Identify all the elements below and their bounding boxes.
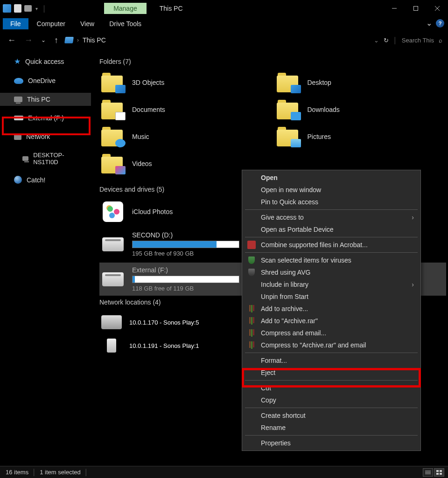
star-icon: ★ — [14, 57, 21, 66]
sidebar-item-label: This PC — [27, 96, 50, 103]
folder-3d-objects[interactable]: 3D Objects — [99, 70, 271, 95]
close-button[interactable] — [427, 0, 448, 17]
context-menu: Open Open in new window Pin to Quick acc… — [242, 170, 421, 451]
status-bar: 16 items │ 1 item selected │ — [0, 466, 448, 478]
menu-item-create-shortcut[interactable]: Create shortcut — [243, 409, 420, 422]
address-dropdown-icon[interactable]: ⌄ — [374, 37, 379, 44]
maximize-button[interactable] — [405, 0, 427, 17]
address-bar: ← → ⌄ ↑ › This PC ⌄ ↻ │ Search This ⌕ — [0, 31, 448, 49]
tab-view[interactable]: View — [74, 18, 101, 29]
network-location-label: 10.0.1.191 - Sonos Play:1 — [129, 342, 199, 349]
folder-label: Pictures — [308, 133, 331, 140]
menu-item-give-access[interactable]: Give access to› — [243, 211, 420, 223]
sidebar-item-label: Network — [26, 133, 50, 140]
qat-dropdown-icon[interactable]: ▾ — [35, 6, 38, 11]
refresh-icon[interactable]: ↻ — [384, 37, 389, 44]
help-icon[interactable]: ? — [436, 19, 444, 28]
sidebar-item-network[interactable]: Network — [0, 130, 91, 143]
folder-desktop[interactable]: Desktop — [275, 70, 447, 95]
nav-back-button[interactable]: ← — [6, 35, 18, 46]
menu-item-copy[interactable]: Copy — [243, 394, 420, 406]
sidebar-item-onedrive[interactable]: OneDrive — [0, 74, 91, 87]
search-placeholder[interactable]: Search This — [402, 37, 434, 44]
menu-item-unpin-start[interactable]: Unpin from Start — [243, 291, 420, 303]
menu-item-open-portable[interactable]: Open as Portable Device — [243, 223, 420, 236]
menu-item-cut[interactable]: Cut — [243, 382, 420, 394]
menu-item-scan-viruses[interactable]: Scan selected items for viruses — [243, 254, 420, 266]
sidebar-item-label: DESKTOP-NS1TI0D — [33, 152, 86, 166]
app-icon — [3, 4, 11, 13]
separator: │ — [393, 37, 397, 44]
sidebar-item-catch[interactable]: Catch! — [0, 173, 91, 187]
drive-icon — [101, 269, 125, 290]
archive-icon — [247, 341, 256, 349]
sidebar-item-network-node[interactable]: DESKTOP-NS1TI0D — [0, 149, 91, 168]
titlebar: ▾ │ Manage This PC — [0, 0, 448, 17]
nav-recent-dropdown[interactable]: ⌄ — [39, 36, 48, 44]
tab-drive-tools[interactable]: Drive Tools — [103, 18, 148, 29]
folder-label: Documents — [132, 106, 165, 113]
svg-rect-1 — [414, 7, 418, 11]
shred-icon — [247, 268, 256, 277]
menu-item-open-new-window[interactable]: Open in new window — [243, 184, 420, 196]
folder-pictures[interactable]: Pictures — [275, 124, 447, 149]
sidebar-item-quick-access[interactable]: ★ Quick access — [0, 54, 91, 69]
folder-icon — [277, 73, 300, 92]
menu-item-compress-rar-email[interactable]: Compress to "Archive.rar" and email — [243, 339, 420, 351]
view-details-button[interactable] — [423, 468, 433, 477]
archive-icon — [247, 329, 256, 337]
ribbon-expand-icon[interactable]: ⌄ — [426, 19, 432, 28]
pdf-icon — [247, 241, 256, 249]
folder-label: 3D Objects — [132, 79, 164, 86]
nav-up-button[interactable]: ↑ — [52, 35, 60, 46]
submenu-arrow-icon: › — [412, 281, 414, 288]
menu-item-format[interactable]: Format... — [243, 354, 420, 367]
pc-icon — [22, 156, 28, 161]
nav-forward-button[interactable]: → — [22, 35, 35, 46]
view-tiles-button[interactable] — [434, 468, 444, 477]
breadcrumb-location[interactable]: This PC — [83, 36, 106, 44]
folders-grid: 3D Objects Desktop Documents Downloads M… — [99, 70, 446, 176]
folder-music[interactable]: Music — [99, 124, 271, 149]
ribbon-context-tab[interactable]: Manage — [104, 3, 147, 14]
menu-item-eject[interactable]: Eject — [243, 367, 420, 379]
menu-separator — [245, 380, 418, 381]
section-header-folders[interactable]: Folders (7) — [99, 58, 446, 65]
sidebar-item-this-pc[interactable]: This PC — [0, 93, 91, 106]
minimize-button[interactable] — [384, 0, 405, 17]
menu-item-open[interactable]: Open — [243, 172, 420, 184]
breadcrumb[interactable]: › This PC — [65, 36, 369, 44]
menu-item-rename[interactable]: Rename — [243, 422, 420, 434]
submenu-arrow-icon: › — [412, 214, 414, 221]
menu-item-combine-acrobat[interactable]: Combine supported files in Acrobat... — [243, 239, 420, 251]
menu-item-add-archive-rar[interactable]: Add to "Archive.rar" — [243, 315, 420, 327]
search-icon[interactable]: ⌕ — [439, 37, 442, 44]
cloud-icon — [14, 78, 23, 84]
menu-separator — [245, 435, 418, 436]
window-title: This PC — [160, 5, 183, 12]
menu-item-pin-quick-access[interactable]: Pin to Quick access — [243, 196, 420, 208]
tab-file[interactable]: File — [3, 18, 28, 29]
view-mode-buttons — [423, 468, 444, 477]
device-label: iCloud Photos — [132, 208, 173, 215]
tab-computer[interactable]: Computer — [30, 18, 72, 29]
menu-item-add-archive[interactable]: Add to archive... — [243, 303, 420, 315]
sidebar-item-external-drive[interactable]: External (F:) — [0, 111, 91, 125]
pc-icon — [64, 37, 74, 43]
network-location-label: 10.0.1.170 - Sonos Play:5 — [129, 319, 199, 326]
menu-item-shred[interactable]: Shred using AVG — [243, 266, 420, 278]
menu-item-compress-email[interactable]: Compress and email... — [243, 327, 420, 339]
window-controls — [384, 0, 448, 17]
separator: │ — [42, 5, 46, 12]
menu-item-properties[interactable]: Properties — [243, 437, 420, 449]
menu-item-include-library[interactable]: Include in library› — [243, 278, 420, 291]
quick-access-toolbar: ▾ │ — [3, 4, 48, 13]
svg-rect-9 — [436, 473, 439, 475]
device-label: External (F:) — [132, 266, 244, 274]
ribbon-tabs: File Computer View Drive Tools ⌄ ? — [0, 17, 448, 31]
new-folder-icon[interactable] — [24, 5, 32, 12]
folder-documents[interactable]: Documents — [99, 97, 271, 122]
folder-icon — [101, 127, 125, 146]
properties-icon[interactable] — [14, 4, 21, 13]
folder-downloads[interactable]: Downloads — [275, 97, 447, 122]
